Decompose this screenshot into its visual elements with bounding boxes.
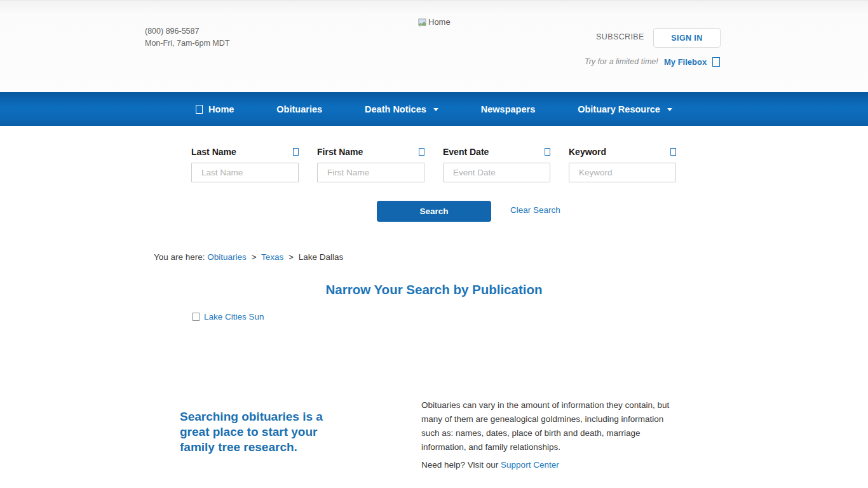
page: (800) 896-5587 Mon-Fri, 7am-6pm MDT Home… [0, 0, 868, 488]
publication-list-item: Lake Cities Sun [192, 312, 264, 322]
breadcrumb-link-obituaries[interactable]: Obituaries [207, 252, 247, 262]
publication-link-lake-cities-sun[interactable]: Lake Cities Sun [204, 312, 264, 322]
search-button[interactable]: Search [377, 201, 491, 222]
nav-label: Newspapers [481, 104, 535, 114]
page-title: Narrow Your Search by Publication [0, 282, 868, 297]
breadcrumb-link-texas[interactable]: Texas [261, 252, 283, 262]
nav-item-newspapers[interactable]: Newspapers [481, 104, 535, 114]
logo-alt-text: Home [428, 17, 451, 27]
filebox-icon [712, 57, 720, 67]
breadcrumb-separator: > [252, 252, 257, 262]
keyword-field-group: Keyword [569, 147, 676, 182]
event-date-input[interactable] [443, 163, 550, 182]
home-icon [196, 105, 203, 114]
help-prefix: Need help? Visit our [421, 460, 501, 470]
help-icon[interactable] [293, 148, 299, 156]
nav-item-death-notices[interactable]: Death Notices [365, 104, 438, 114]
support-center-link[interactable]: Support Center [501, 460, 559, 470]
keyword-input[interactable] [569, 163, 676, 182]
first-name-input[interactable] [317, 163, 424, 182]
breadcrumb-separator: > [288, 252, 294, 262]
sign-in-button[interactable]: SIGN IN [653, 28, 721, 48]
nav-label: Obituary Resource [578, 104, 660, 114]
filebox-label: My Filebox [664, 57, 707, 67]
nav-item-home[interactable]: Home [196, 104, 234, 114]
help-icon[interactable] [419, 148, 424, 156]
obituary-search-form: Last Name First Name Event Date Keyword [191, 147, 677, 223]
keyword-label: Keyword [569, 147, 606, 157]
top-header: (800) 896-5587 Mon-Fri, 7am-6pm MDT Home… [0, 0, 868, 92]
help-text: Need help? Visit our Support Center [421, 460, 559, 470]
breadcrumb-current: Lake Dallas [299, 252, 344, 262]
last-name-field-group: Last Name [191, 147, 299, 182]
publication-checkbox[interactable] [192, 313, 200, 321]
chevron-down-icon [433, 108, 438, 111]
chevron-down-icon [667, 108, 672, 111]
last-name-label: Last Name [191, 147, 236, 157]
nav-item-obituary-resource[interactable]: Obituary Resource [578, 104, 672, 114]
phone-number: (800) 896-5587 [145, 25, 229, 37]
event-date-label: Event Date [443, 147, 489, 157]
first-name-label: First Name [317, 147, 363, 157]
breadcrumb-prefix: You are here: [154, 252, 205, 262]
help-icon[interactable] [670, 148, 676, 156]
nav-label: Home [208, 104, 234, 114]
info-headline: Searching obituaries is a great place to… [180, 409, 339, 455]
clear-search-link[interactable]: Clear Search [510, 205, 560, 215]
main-navbar: Home Obituaries Death Notices Newspapers… [0, 92, 868, 126]
support-hours: Mon-Fri, 7am-6pm MDT [145, 37, 229, 50]
nav-item-obituaries[interactable]: Obituaries [276, 104, 322, 114]
first-name-field-group: First Name [317, 147, 424, 182]
subscribe-link[interactable]: SUBSCRIBE [596, 32, 644, 41]
last-name-input[interactable] [191, 163, 299, 182]
info-paragraph: Obituaries can vary in the amount of inf… [421, 398, 682, 454]
nav-label: Death Notices [365, 104, 426, 114]
site-logo-broken-image[interactable]: Home [417, 17, 451, 27]
event-date-field-group: Event Date [443, 147, 550, 182]
breadcrumb: You are here: Obituaries > Texas > Lake … [154, 252, 343, 262]
promo-text: Try for a limited time! [585, 57, 658, 66]
nav-label: Obituaries [276, 104, 322, 114]
broken-image-icon [417, 17, 427, 27]
my-filebox-link[interactable]: My Filebox [664, 57, 720, 67]
contact-info: (800) 896-5587 Mon-Fri, 7am-6pm MDT [145, 25, 229, 50]
help-icon[interactable] [545, 148, 550, 156]
